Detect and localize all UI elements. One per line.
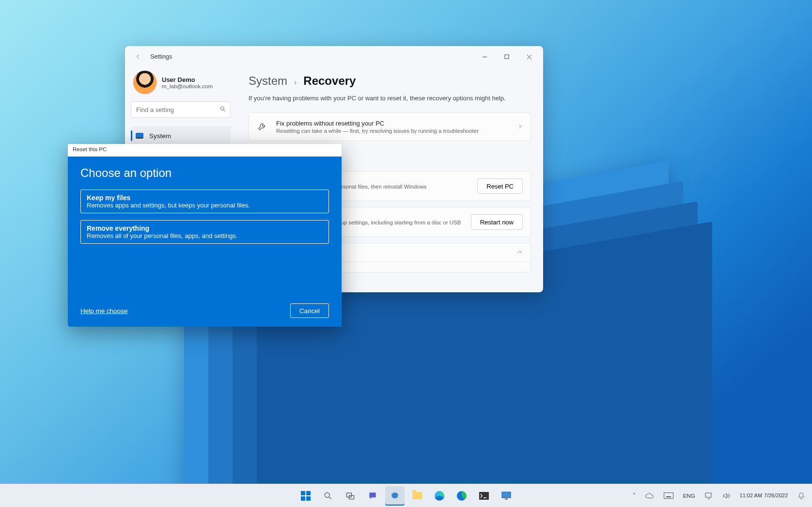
taskbar-app-edge-canary[interactable] — [452, 486, 471, 506]
svg-point-2 — [325, 492, 329, 497]
tray-volume-button[interactable] — [720, 491, 732, 501]
windows-icon — [301, 491, 311, 501]
option-title: Keep my files — [87, 194, 323, 202]
clock-date: 7/26/2022 — [764, 492, 788, 499]
bell-icon — [797, 492, 805, 500]
user-profile[interactable]: User Demo m_lab@outlook.com — [131, 67, 231, 101]
svg-rect-0 — [505, 55, 509, 59]
card-desc: Resetting can take a while — first, try … — [276, 128, 479, 134]
volume-icon — [722, 492, 730, 499]
breadcrumb-parent[interactable]: System — [249, 74, 287, 88]
reset-pc-button[interactable]: Reset PC — [477, 178, 523, 194]
svg-rect-10 — [666, 496, 671, 497]
search-icon — [219, 106, 226, 114]
breadcrumb: System › Recovery — [249, 74, 531, 88]
option-title: Remove everything — [87, 224, 323, 232]
nav: System — [131, 127, 231, 145]
help-me-choose-link[interactable]: Help me choose — [80, 307, 128, 315]
titlebar: Settings — [125, 46, 543, 67]
tray-overflow-button[interactable]: ˄ — [631, 491, 638, 501]
sidebar-item-system[interactable]: System — [131, 127, 231, 145]
task-view-button[interactable] — [341, 486, 360, 506]
svg-rect-7 — [502, 492, 511, 498]
language-label: ENG — [683, 493, 695, 499]
close-icon — [527, 54, 532, 60]
edge-icon — [435, 491, 444, 501]
tray-language-button[interactable]: ENG — [681, 491, 697, 501]
terminal-icon — [479, 491, 489, 501]
option-desc: Removes apps and settings, but keeps you… — [87, 202, 323, 209]
taskbar-app-edge[interactable] — [430, 486, 449, 506]
close-button[interactable] — [518, 48, 540, 65]
card-title: Fix problems without resetting your PC — [276, 120, 479, 127]
svg-rect-11 — [705, 493, 711, 497]
search-input-wrap[interactable] — [131, 101, 231, 118]
restart-now-button[interactable]: Restart now — [471, 214, 523, 230]
start-button[interactable] — [296, 486, 315, 506]
chat-button[interactable] — [363, 486, 382, 506]
system-tray: ˄ ENG 11:02 AM 7/26/2022 — [631, 490, 807, 502]
cloud-icon — [645, 493, 654, 499]
minimize-button[interactable] — [473, 48, 496, 65]
taskbar-app-explorer[interactable] — [407, 486, 427, 506]
window-title: Settings — [150, 53, 172, 60]
tray-keyboard-button[interactable] — [662, 491, 675, 501]
breadcrumb-current: Recovery — [303, 74, 356, 88]
maximize-button[interactable] — [496, 48, 518, 65]
task-view-icon — [345, 491, 356, 501]
gear-icon — [390, 491, 400, 501]
option-keep-my-files[interactable]: Keep my files Removes apps and settings,… — [80, 190, 329, 213]
network-icon — [705, 492, 713, 499]
tray-clock[interactable]: 11:02 AM 7/26/2022 — [738, 491, 790, 501]
dialog-heading: Choose an option — [80, 166, 329, 180]
taskbar-app-generic[interactable] — [497, 486, 516, 506]
option-remove-everything[interactable]: Remove everything Removes all of your pe… — [80, 220, 329, 244]
search-input[interactable] — [136, 106, 215, 113]
back-button[interactable] — [131, 49, 145, 64]
monitor-icon — [501, 491, 512, 501]
taskbar-search-button[interactable] — [318, 486, 338, 506]
chat-icon — [367, 491, 378, 501]
avatar — [133, 70, 157, 95]
user-email: m_lab@outlook.com — [162, 83, 213, 89]
edge-canary-icon — [457, 491, 467, 501]
tray-notifications-button[interactable] — [796, 490, 807, 502]
search-icon — [323, 491, 333, 501]
chevron-right-icon — [517, 123, 523, 131]
wrench-icon — [257, 122, 267, 132]
sidebar-item-label: System — [149, 132, 171, 140]
svg-rect-9 — [664, 493, 673, 499]
tray-network-button[interactable] — [703, 491, 715, 501]
page-description: If you're having problems with your PC o… — [249, 95, 531, 102]
svg-rect-8 — [505, 498, 508, 500]
clock-time: 11:02 AM — [740, 492, 762, 499]
dialog-titlebar: Reset this PC — [68, 144, 342, 157]
taskbar-app-terminal[interactable] — [474, 486, 494, 506]
maximize-icon — [504, 54, 509, 59]
arrow-left-icon — [135, 53, 141, 60]
chevron-right-icon: › — [294, 78, 297, 87]
cancel-button[interactable]: Cancel — [290, 303, 329, 318]
system-icon — [136, 133, 143, 139]
minimize-icon — [482, 54, 487, 60]
tray-onedrive-button[interactable] — [643, 491, 656, 501]
user-name: User Demo — [162, 76, 213, 83]
keyboard-icon — [664, 492, 673, 499]
chevron-up-icon — [517, 248, 523, 257]
reset-pc-dialog: Reset this PC Choose an option Keep my f… — [68, 144, 342, 327]
svg-rect-6 — [479, 492, 489, 500]
folder-icon — [412, 492, 422, 499]
chevron-up-icon: ˄ — [633, 492, 636, 499]
taskbar: ˄ ENG 11:02 AM 7/26/2022 — [0, 484, 812, 507]
taskbar-app-settings[interactable] — [385, 486, 405, 506]
svg-point-1 — [220, 107, 224, 110]
option-desc: Removes all of your personal files, apps… — [87, 232, 323, 239]
card-fix-problems[interactable]: Fix problems without resetting your PC R… — [249, 112, 531, 141]
